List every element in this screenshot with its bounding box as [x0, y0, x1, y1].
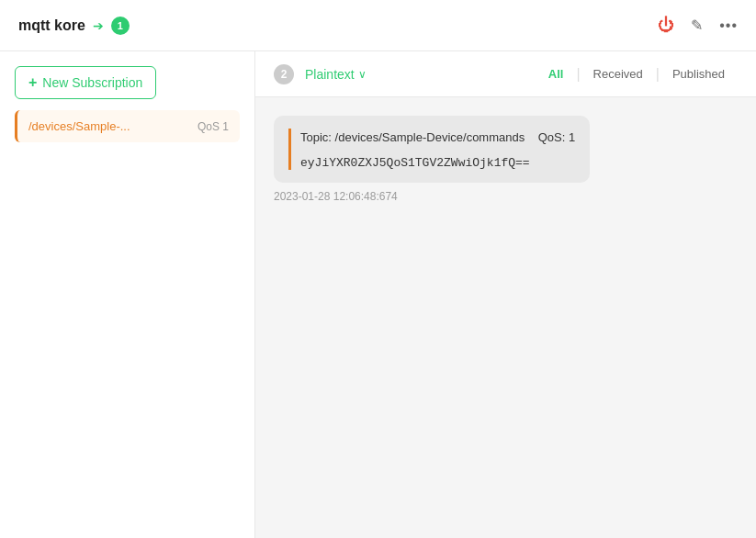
- app-title: mqtt kore: [18, 17, 85, 34]
- message-bubble: Topic: /devices/Sample-Device/commands Q…: [274, 116, 590, 183]
- format-label: Plaintext: [305, 67, 355, 82]
- subscription-list-item[interactable]: /devices/Sample-... QoS 1: [15, 110, 240, 142]
- header-left: mqtt kore ➔ 1: [18, 17, 130, 35]
- subscription-qos: QoS 1: [197, 120, 229, 133]
- content-header: 2 Plaintext ∨ All | Received | Published: [255, 51, 756, 97]
- power-icon[interactable]: ⏻: [658, 16, 674, 35]
- format-chevron-icon: ∨: [358, 68, 367, 81]
- filter-tabs: All | Received | Published: [536, 63, 738, 84]
- edit-icon[interactable]: ✎: [691, 17, 703, 34]
- tab-all[interactable]: All: [536, 63, 577, 84]
- content-area: 2 Plaintext ∨ All | Received | Published…: [255, 51, 756, 538]
- more-options-icon[interactable]: •••: [719, 17, 738, 34]
- new-subscription-button[interactable]: + New Subscription: [15, 66, 156, 99]
- new-subscription-label: New Subscription: [42, 75, 142, 90]
- format-selector[interactable]: Plaintext ∨: [305, 67, 367, 82]
- header-right: ⏻ ✎ •••: [658, 16, 738, 35]
- message-topic: Topic: /devices/Sample-Device/commands Q…: [300, 129, 575, 147]
- app-header: mqtt kore ➔ 1 ⏻ ✎ •••: [0, 0, 756, 51]
- message-content: Topic: /devices/Sample-Device/commands Q…: [288, 129, 575, 170]
- message-timestamp: 2023-01-28 12:06:48:674: [274, 190, 738, 203]
- message-area: Topic: /devices/Sample-Device/commands Q…: [255, 97, 756, 538]
- main-layout: + New Subscription /devices/Sample-... Q…: [0, 51, 756, 538]
- message-payload: eyJiYXR0ZXJ5QoS1TGV2ZWwiOjk1fQ==: [300, 156, 575, 170]
- connection-badge: 1: [111, 17, 130, 35]
- tab-received[interactable]: Received: [581, 63, 656, 84]
- sidebar: + New Subscription /devices/Sample-... Q…: [0, 51, 255, 538]
- tab-published[interactable]: Published: [660, 63, 738, 84]
- subscription-topic: /devices/Sample-...: [28, 119, 130, 133]
- chevron-down-icon[interactable]: ➔: [93, 18, 104, 33]
- step-badge: 2: [274, 64, 294, 84]
- plus-icon: +: [28, 74, 37, 91]
